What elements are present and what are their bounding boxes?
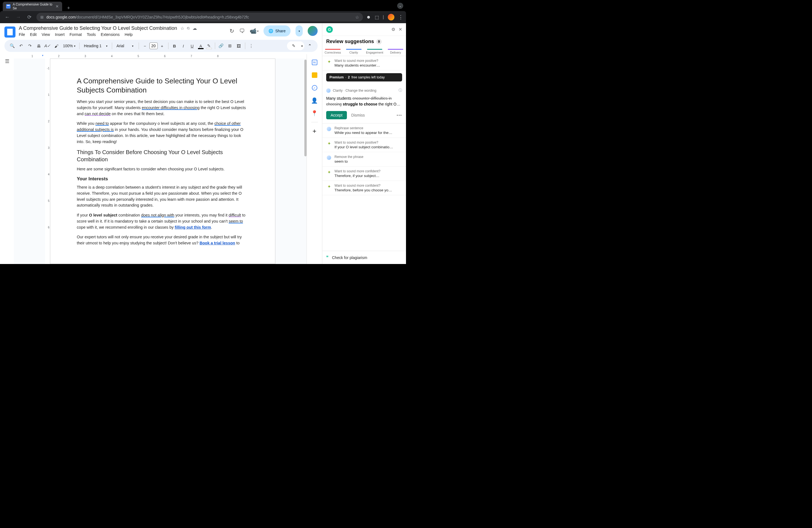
menu-format[interactable]: Format	[70, 32, 82, 37]
font-picker[interactable]: Arial ▾	[114, 44, 136, 48]
paragraph[interactable]: While you need to appear for the compuls…	[77, 121, 249, 145]
outline-toggle-icon[interactable]: ☰	[2, 56, 12, 66]
page[interactable]: A Comprehensive Guide to Selecting Your …	[50, 59, 275, 264]
menu-extensions[interactable]: Extensions	[101, 32, 120, 37]
scrollbar-thumb[interactable]	[304, 60, 307, 156]
paragraph[interactable]: There is a deep correlation between a st…	[77, 185, 249, 208]
paragraph[interactable]: When you start your senior years, the be…	[77, 99, 249, 117]
url-field[interactable]: ⊞ docs.google.com/document/d/1HMdSe_3xpV…	[37, 13, 363, 21]
tab-clarity[interactable]: Clarity	[343, 47, 364, 56]
grammarly-logo-icon[interactable]	[326, 26, 333, 33]
share-button[interactable]: 🌐 Share	[263, 25, 291, 36]
paragraph[interactable]: Our expert tutors will not only ensure y…	[77, 234, 249, 246]
back-button[interactable]: ←	[3, 14, 11, 20]
heading-3[interactable]: Your Interests	[77, 176, 249, 182]
settings-gear-icon[interactable]: ⚙	[391, 27, 395, 32]
grammarly-header: ⚙ ✕	[322, 23, 406, 36]
document-canvas[interactable]: -1123456 A Comprehensive Guide to Select…	[14, 59, 307, 264]
keep-addon-icon[interactable]	[309, 70, 320, 80]
reload-button[interactable]: ⟳	[25, 14, 33, 20]
move-icon[interactable]: ⎋	[187, 26, 190, 31]
chrome-menu-icon[interactable]: ⋮	[398, 14, 403, 20]
search-menu-icon[interactable]: 🔍	[8, 42, 16, 50]
vertical-ruler[interactable]: -1123456	[45, 59, 50, 264]
horizontal-ruler[interactable]: ▾ 12345678	[15, 54, 307, 59]
menu-edit[interactable]: Edit	[30, 32, 37, 37]
insert-image-button[interactable]: 🖼	[235, 42, 243, 50]
suggestion-card[interactable]: Rephrase sentenceWhile you need to appea…	[322, 123, 406, 138]
underline-button[interactable]: U	[188, 42, 196, 50]
document-title[interactable]: A Comprehensive Guide to Selecting Your …	[19, 25, 177, 31]
new-tab-button[interactable]: +	[64, 5, 73, 11]
menu-tools[interactable]: Tools	[87, 32, 96, 37]
tab-engagement[interactable]: Engagement	[364, 47, 385, 56]
forward-button[interactable]: →	[14, 14, 22, 20]
comments-icon[interactable]: 🗨	[239, 28, 245, 34]
info-icon[interactable]: ⓘ	[398, 88, 402, 93]
get-addons-button[interactable]: +	[309, 126, 320, 137]
extensions-puzzle-icon[interactable]: ⬚	[375, 15, 379, 20]
more-tools-button[interactable]: ⋮	[247, 42, 255, 50]
suggestion-card[interactable]: Remove the phraseseem to	[322, 152, 406, 166]
spellcheck-button[interactable]: A✓	[44, 42, 52, 50]
contacts-addon-icon[interactable]: 👤	[309, 95, 320, 106]
tab-correctness[interactable]: Correctness	[322, 47, 343, 56]
history-icon[interactable]: ↻	[230, 28, 234, 34]
collapse-toolbar-button[interactable]: ⌃	[305, 42, 314, 50]
browser-tab[interactable]: A Comprehensive Guide to Se ✕	[3, 2, 62, 11]
suggestion-card[interactable]: ✦Want to sound more confident?Therefore,…	[322, 166, 406, 181]
paint-format-button[interactable]: 🖌	[53, 42, 60, 50]
extension-icon[interactable]: ☻	[366, 15, 371, 19]
heading-1[interactable]: A Comprehensive Guide to Selecting Your …	[77, 76, 249, 94]
highlight-button[interactable]: ✎	[205, 42, 213, 50]
docs-home-icon[interactable]	[4, 27, 15, 38]
font-size-input[interactable]	[149, 43, 158, 49]
plagiarism-check-button[interactable]: ❞ Check for plagiarism	[322, 251, 406, 264]
add-comment-button[interactable]: ⊞	[226, 42, 234, 50]
redo-button[interactable]: ↷	[26, 42, 34, 50]
tab-delivery[interactable]: Delivery	[385, 47, 406, 56]
undo-button[interactable]: ↶	[17, 42, 25, 50]
text-color-button[interactable]: A	[197, 42, 204, 50]
url-path: /document/d/1HMdSe_3xpVMRQoV3Y0Z2anZ9hu7…	[76, 15, 249, 19]
increase-font-button[interactable]: +	[158, 42, 166, 50]
paragraph[interactable]: If your O level subject combination does…	[77, 212, 249, 230]
paragraph[interactable]: Here are some significant factors to con…	[77, 166, 249, 172]
profile-avatar-icon[interactable]	[388, 14, 394, 20]
share-dropdown-button[interactable]: ▾	[295, 25, 303, 36]
insert-link-button[interactable]: 🔗	[217, 42, 225, 50]
menu-view[interactable]: View	[42, 32, 50, 37]
italic-button[interactable]: I	[179, 42, 187, 50]
tasks-addon-icon[interactable]	[309, 82, 320, 93]
close-tab-icon[interactable]: ✕	[56, 4, 59, 9]
zoom-picker[interactable]: 100% ▾	[61, 44, 77, 48]
meet-icon[interactable]: 📹▾	[250, 28, 259, 34]
heading-2[interactable]: Things To Consider Before Choosing Your …	[77, 149, 249, 163]
tab-search-icon[interactable]: ⌄	[397, 3, 403, 9]
menu-help[interactable]: Help	[125, 32, 133, 37]
suggestion-card[interactable]: ✦Want to sound more confident?Therefore,…	[322, 181, 406, 195]
bold-button[interactable]: B	[171, 42, 178, 50]
site-info-icon[interactable]: ⊞	[40, 15, 44, 19]
accept-button[interactable]: Accept	[326, 111, 347, 119]
close-panel-icon[interactable]: ✕	[398, 27, 402, 32]
star-icon[interactable]: ☆	[180, 26, 184, 31]
calendar-addon-icon[interactable]	[309, 57, 320, 68]
indent-marker-icon[interactable]: ▾	[42, 54, 43, 57]
print-button[interactable]: 🖶	[35, 42, 43, 50]
premium-notice[interactable]: Premium · 2 free samples left today	[326, 73, 402, 82]
decrease-font-button[interactable]: −	[141, 42, 149, 50]
suggestions-list[interactable]: ✦ Want to sound more positive? Many stud…	[322, 56, 406, 251]
maps-addon-icon[interactable]: 📍	[309, 108, 320, 119]
paragraph-style-picker[interactable]: Heading 1 ▾	[82, 44, 110, 48]
more-actions-icon[interactable]: •••	[396, 113, 402, 117]
suggestion-card[interactable]: ✦ Want to sound more positive? Many stud…	[322, 56, 406, 70]
menu-file[interactable]: File	[19, 32, 25, 37]
dismiss-button[interactable]: Dismiss	[351, 113, 365, 117]
suggestion-card[interactable]: ✦Want to sound more positive?If your O l…	[322, 138, 406, 152]
bookmark-icon[interactable]: ☆	[355, 15, 359, 20]
menu-insert[interactable]: Insert	[55, 32, 64, 37]
editing-mode-picker[interactable]: ✎ ▾	[287, 41, 304, 50]
account-avatar-icon[interactable]	[308, 26, 318, 36]
cloud-status-icon[interactable]: ☁	[192, 26, 197, 31]
